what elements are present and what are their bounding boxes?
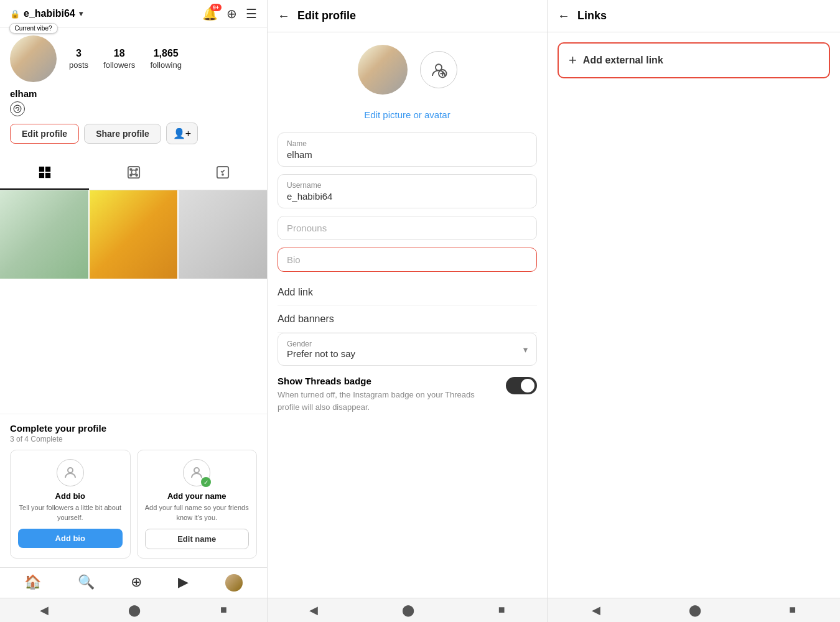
post-thumb-2[interactable]: [90, 190, 178, 279]
android-home-btn[interactable]: ⬤: [128, 603, 141, 617]
tab-grid[interactable]: [0, 159, 89, 190]
android-nav-left: ◀ ⬤ ■: [0, 598, 267, 622]
links-header: ← Links: [548, 0, 840, 32]
gender-label: Gender: [287, 340, 355, 348]
followers-label: followers: [103, 60, 135, 70]
edit-profile-content: Edit picture or avatar Name elham Userna…: [268, 32, 547, 598]
bio-field[interactable]: Bio: [278, 248, 537, 272]
gender-field-content: Gender Prefer not to say: [287, 340, 355, 359]
tab-tagged[interactable]: [178, 159, 267, 190]
bottom-nav: 🏠 🔍 ⊕ ▶: [0, 567, 267, 598]
gender-field[interactable]: Gender Prefer not to say ▾: [278, 333, 537, 366]
threads-badge-row: Show Threads badge When turned off, the …: [278, 376, 537, 413]
complete-profile-section: Complete your profile 3 of 4 Complete Ad…: [0, 414, 267, 567]
svg-rect-0: [39, 167, 44, 172]
following-stat[interactable]: 1,865 following: [150, 48, 182, 70]
add-person-button[interactable]: 👤+: [166, 123, 198, 144]
threads-badge-text: Show Threads badge When turned off, the …: [278, 376, 496, 413]
svg-point-13: [194, 468, 199, 473]
add-post-icon[interactable]: ⊕: [226, 6, 237, 21]
links-title: Links: [577, 9, 607, 22]
username-section: 🔒 e_habibi64 ▾: [10, 8, 83, 19]
avatar-edit-section: [278, 45, 537, 95]
name-label: Name: [287, 139, 528, 148]
links-back-button[interactable]: ←: [558, 9, 570, 23]
back-button[interactable]: ←: [278, 9, 290, 23]
threads-badge-toggle[interactable]: [506, 377, 537, 394]
threads-badge-desc: When turned off, the Instagram badge on …: [278, 389, 496, 413]
menu-icon[interactable]: ☰: [246, 6, 257, 21]
nav-home[interactable]: 🏠: [24, 574, 41, 592]
posts-label: posts: [69, 60, 88, 70]
complete-profile-subtitle: 3 of 4 Complete: [10, 435, 257, 443]
name-field[interactable]: Name elham: [278, 132, 537, 167]
following-label: following: [150, 60, 182, 70]
nav-search[interactable]: 🔍: [78, 574, 95, 592]
threads-badge-title: Show Threads badge: [278, 376, 496, 386]
tab-reels[interactable]: [89, 159, 178, 190]
profile-row: Current vibe? 3 posts 18 followers 1,865…: [10, 35, 257, 82]
username-field[interactable]: Username e_habibi64: [278, 174, 537, 208]
right-panel: ← Links + Add external link ◀ ⬤ ■: [548, 0, 840, 622]
svg-rect-2: [39, 173, 44, 178]
add-link-plus-icon: +: [569, 52, 577, 68]
notification-icon[interactable]: 🔔 9+: [202, 6, 218, 21]
add-link-item[interactable]: Add link: [278, 279, 537, 306]
tabs-row: [0, 159, 267, 190]
left-panel: 🔒 e_habibi64 ▾ 🔔 9+ ⊕ ☰ Current vibe?: [0, 0, 268, 622]
header-icons: 🔔 9+ ⊕ ☰: [202, 6, 257, 21]
pronouns-placeholder: Pronouns: [287, 223, 528, 233]
action-buttons: Edit profile Share profile 👤+: [10, 123, 257, 144]
threads-icon[interactable]: [10, 101, 25, 116]
add-name-icon: ✓: [183, 459, 210, 486]
android-home-btn-mid[interactable]: ⬤: [402, 603, 414, 617]
nav-add[interactable]: ⊕: [131, 574, 142, 592]
avatar[interactable]: [10, 35, 57, 82]
chevron-down-icon: ▾: [79, 9, 83, 18]
posts-count: 3: [69, 48, 88, 59]
profile-display-name: elham: [10, 88, 257, 99]
android-back-btn[interactable]: ◀: [40, 603, 49, 617]
nav-reels[interactable]: ▶: [178, 574, 189, 592]
android-recents-btn-right[interactable]: ■: [789, 603, 796, 617]
edit-avatar-photo[interactable]: [358, 45, 408, 95]
add-name-card-desc: Add your full name so your friends know …: [145, 503, 250, 522]
current-vibe-label: Current vibe?: [9, 23, 57, 34]
add-banners-item[interactable]: Add banners: [278, 306, 537, 333]
post-thumb-1[interactable]: [0, 190, 88, 279]
toggle-knob: [521, 379, 534, 392]
android-home-btn-right[interactable]: ⬤: [689, 603, 701, 617]
add-bio-button[interactable]: Add bio: [18, 529, 123, 548]
add-name-card-title: Add your name: [145, 491, 250, 501]
posts-stat[interactable]: 3 posts: [69, 48, 88, 70]
edit-avatar-icon[interactable]: [420, 51, 457, 88]
followers-stat[interactable]: 18 followers: [103, 48, 135, 70]
add-external-link-box[interactable]: + Add external link: [558, 42, 830, 78]
edit-profile-header: ← Edit profile: [268, 0, 547, 32]
svg-point-5: [131, 170, 136, 174]
android-back-btn-mid[interactable]: ◀: [309, 603, 318, 617]
lock-icon: 🔒: [10, 9, 20, 19]
post-thumb-3[interactable]: [179, 190, 267, 279]
share-profile-button[interactable]: Share profile: [84, 124, 161, 144]
posts-grid: [0, 190, 267, 414]
bio-placeholder: Bio: [287, 254, 528, 265]
pronouns-field[interactable]: Pronouns: [278, 216, 537, 240]
add-bio-card-desc: Tell your followers a little bit about y…: [18, 503, 123, 522]
android-recents-btn-mid[interactable]: ■: [498, 603, 505, 617]
edit-name-button[interactable]: Edit name: [145, 529, 250, 549]
android-back-btn-right[interactable]: ◀: [592, 603, 600, 617]
middle-panel: ← Edit profile Edit picture or avatar: [268, 0, 548, 622]
edit-picture-link[interactable]: Edit picture or avatar: [278, 109, 537, 120]
edit-profile-button[interactable]: Edit profile: [10, 124, 79, 144]
add-bio-icon: [57, 459, 84, 486]
gender-value: Prefer not to say: [287, 348, 355, 359]
nav-profile-avatar[interactable]: [225, 574, 243, 592]
complete-cards: Add bio Tell your followers a little bit…: [10, 450, 257, 559]
android-nav-right: ◀ ⬤ ■: [548, 598, 840, 622]
android-recents-btn[interactable]: ■: [220, 603, 227, 617]
svg-rect-3: [45, 173, 50, 178]
add-bio-card: Add bio Tell your followers a little bit…: [10, 450, 131, 559]
username-label[interactable]: e_habibi64: [24, 8, 75, 19]
svg-point-8: [130, 174, 132, 176]
